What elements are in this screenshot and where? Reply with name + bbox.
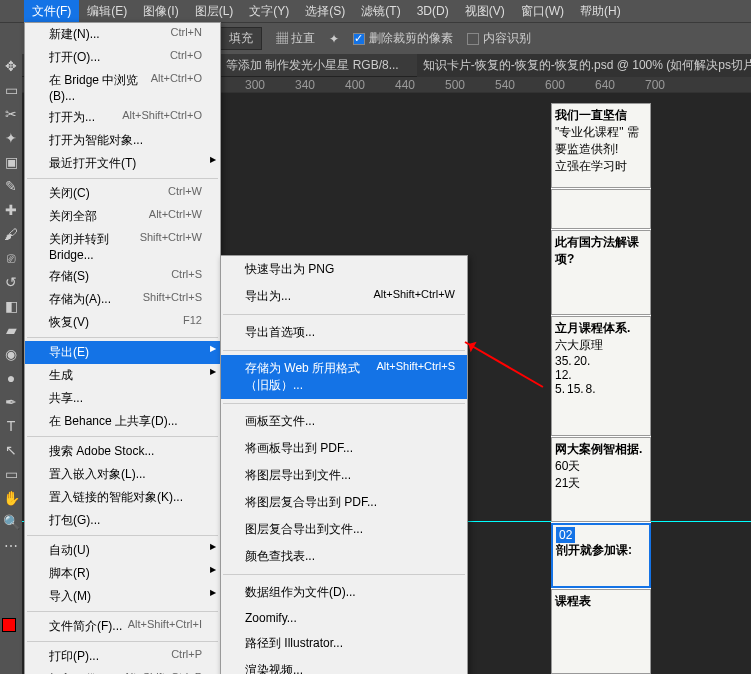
slice-6[interactable]: 02 剖开就参加课:	[551, 523, 651, 588]
menu-3d[interactable]: 3D(D)	[409, 1, 457, 21]
menu-image[interactable]: 图像(I)	[135, 0, 186, 23]
submenu-item[interactable]: 导出首选项...	[221, 319, 467, 346]
menu-item[interactable]: 打包(G)...	[25, 509, 220, 532]
menu-item[interactable]: 脚本(R)	[25, 562, 220, 585]
submenu-item[interactable]: Zoomify...	[221, 606, 467, 630]
submenu-item[interactable]: 将画板导出到 PDF...	[221, 435, 467, 462]
menu-item[interactable]: 打印(P)...Ctrl+P	[25, 645, 220, 668]
delete-cropped-checkbox[interactable]: 删除裁剪的像素	[353, 30, 453, 47]
content-aware-checkbox[interactable]: 内容识别	[467, 30, 531, 47]
blur-tool-icon[interactable]: ◉	[0, 342, 22, 366]
menu-item[interactable]: 最近打开文件(T)	[25, 152, 220, 175]
submenu-item[interactable]: 数据组作为文件(D)...	[221, 579, 467, 606]
wand-tool-icon[interactable]: ✦	[0, 126, 22, 150]
menu-item[interactable]: 置入链接的智能对象(K)...	[25, 486, 220, 509]
healing-tool-icon[interactable]: ✚	[0, 198, 22, 222]
document-preview: 我们一直坚信 "专业化课程" 需要监造供剂! 立强在学习时 此有国方法解课项? …	[551, 103, 651, 674]
menu-item[interactable]: 在 Behance 上共享(D)...	[25, 410, 220, 433]
menu-item[interactable]: 新建(N)...Ctrl+N	[25, 23, 220, 46]
stamp-tool-icon[interactable]: ⎚	[0, 246, 22, 270]
menu-item[interactable]: 导入(M)	[25, 585, 220, 608]
export-submenu: 快速导出为 PNG导出为...Alt+Shift+Ctrl+W导出首选项...存…	[220, 255, 468, 674]
path-tool-icon[interactable]: ↖	[0, 438, 22, 462]
menu-select[interactable]: 选择(S)	[297, 0, 353, 23]
menu-layer[interactable]: 图层(L)	[187, 0, 242, 23]
menu-item[interactable]: 恢复(V)F12	[25, 311, 220, 334]
eraser-tool-icon[interactable]: ◧	[0, 294, 22, 318]
menu-filter[interactable]: 滤镜(T)	[353, 0, 408, 23]
tools-panel: ✥ ▭ ✂ ✦ ▣ ✎ ✚ 🖌 ⎚ ↺ ◧ ▰ ◉ ● ✒ T ↖ ▭ ✋ 🔍 …	[0, 54, 22, 674]
menu-item[interactable]: 文件简介(F)...Alt+Shift+Ctrl+I	[25, 615, 220, 638]
menu-item[interactable]: 搜索 Adobe Stock...	[25, 440, 220, 463]
submenu-item[interactable]: 快速导出为 PNG	[221, 256, 467, 283]
menu-item[interactable]: 在 Bridge 中浏览(B)...Alt+Ctrl+O	[25, 69, 220, 106]
shape-tool-icon[interactable]: ▭	[0, 462, 22, 486]
submenu-item[interactable]: 导出为...Alt+Shift+Ctrl+W	[221, 283, 467, 310]
menu-item[interactable]: 共享...	[25, 387, 220, 410]
gradient-tool-icon[interactable]: ▰	[0, 318, 22, 342]
submenu-item[interactable]: 将图层复合导出到 PDF...	[221, 489, 467, 516]
menu-item[interactable]: 打开(O)...Ctrl+O	[25, 46, 220, 69]
type-tool-icon[interactable]: T	[0, 414, 22, 438]
settings-icon[interactable]: ✦	[329, 32, 339, 46]
menu-file[interactable]: 文件(F)	[24, 0, 79, 23]
menu-item[interactable]: 打开为...Alt+Shift+Ctrl+O	[25, 106, 220, 129]
hand-tool-icon[interactable]: ✋	[0, 486, 22, 510]
submenu-item[interactable]: 路径到 Illustrator...	[221, 630, 467, 657]
menu-view[interactable]: 视图(V)	[457, 0, 513, 23]
submenu-item[interactable]: 将图层导出到文件...	[221, 462, 467, 489]
slice-1[interactable]: 我们一直坚信 "专业化课程" 需要监造供剂! 立强在学习时	[551, 103, 651, 188]
file-menu: 新建(N)...Ctrl+N打开(O)...Ctrl+O在 Bridge 中浏览…	[24, 22, 221, 674]
tab-2[interactable]: 知识卡片-恢复的-恢复的-恢复的.psd @ 100% (如何解决ps切片完成以…	[417, 54, 751, 77]
history-brush-icon[interactable]: ↺	[0, 270, 22, 294]
brush-tool-icon[interactable]: 🖌	[0, 222, 22, 246]
tab-1[interactable]: 等添加 制作发光小星星 RGB/8...	[220, 54, 405, 77]
slice-5[interactable]: 网大案例智相据. 60天 21天	[551, 437, 651, 522]
menu-edit[interactable]: 编辑(E)	[79, 0, 135, 23]
slice-3[interactable]: 此有国方法解课项?	[551, 230, 651, 315]
fill-button[interactable]: 填充	[220, 27, 262, 50]
color-swatch[interactable]	[0, 616, 22, 634]
move-tool-icon[interactable]: ✥	[0, 54, 22, 78]
submenu-item[interactable]: 存储为 Web 所用格式（旧版）...Alt+Shift+Ctrl+S	[221, 355, 467, 399]
submenu-item[interactable]: 图层复合导出到文件...	[221, 516, 467, 543]
slice-7[interactable]: 课程表	[551, 589, 651, 674]
marquee-tool-icon[interactable]: ▭	[0, 78, 22, 102]
submenu-item[interactable]: 画板至文件...	[221, 408, 467, 435]
menu-item[interactable]: 置入嵌入对象(L)...	[25, 463, 220, 486]
menu-item[interactable]: 关闭全部Alt+Ctrl+W	[25, 205, 220, 228]
lasso-tool-icon[interactable]: ✂	[0, 102, 22, 126]
pen-tool-icon[interactable]: ✒	[0, 390, 22, 414]
menu-window[interactable]: 窗口(W)	[513, 0, 572, 23]
slice-4[interactable]: 立月课程体系. 六大原理 35. 20. 12. 5. 15. 8.	[551, 316, 651, 436]
menu-item[interactable]: 关闭并转到 Bridge...Shift+Ctrl+W	[25, 228, 220, 265]
slice-2[interactable]	[551, 189, 651, 229]
menu-item[interactable]: 导出(E)	[25, 341, 220, 364]
menu-item[interactable]: 生成	[25, 364, 220, 387]
menu-item[interactable]: 存储为(A)...Shift+Ctrl+S	[25, 288, 220, 311]
menu-item[interactable]: 存储(S)Ctrl+S	[25, 265, 220, 288]
menu-type[interactable]: 文字(Y)	[241, 0, 297, 23]
menu-item[interactable]: 打开为智能对象...	[25, 129, 220, 152]
submenu-item[interactable]: 颜色查找表...	[221, 543, 467, 570]
dodge-tool-icon[interactable]: ●	[0, 366, 22, 390]
crop-tool-icon[interactable]: ▣	[0, 150, 22, 174]
grid-icon[interactable]: ▦ 拉直	[276, 30, 315, 47]
menu-item[interactable]: 自动(U)	[25, 539, 220, 562]
zoom-tool-icon[interactable]: 🔍	[0, 510, 22, 534]
submenu-item[interactable]: 渲染视频...	[221, 657, 467, 674]
menu-item[interactable]: 打印一份(Y)Alt+Shift+Ctrl+P	[25, 668, 220, 674]
menubar: 文件(F) 编辑(E) 图像(I) 图层(L) 文字(Y) 选择(S) 滤镜(T…	[0, 0, 751, 22]
edit-toolbar-icon[interactable]: ⋯	[0, 534, 22, 558]
menu-help[interactable]: 帮助(H)	[572, 0, 629, 23]
menu-item[interactable]: 关闭(C)Ctrl+W	[25, 182, 220, 205]
eyedropper-tool-icon[interactable]: ✎	[0, 174, 22, 198]
